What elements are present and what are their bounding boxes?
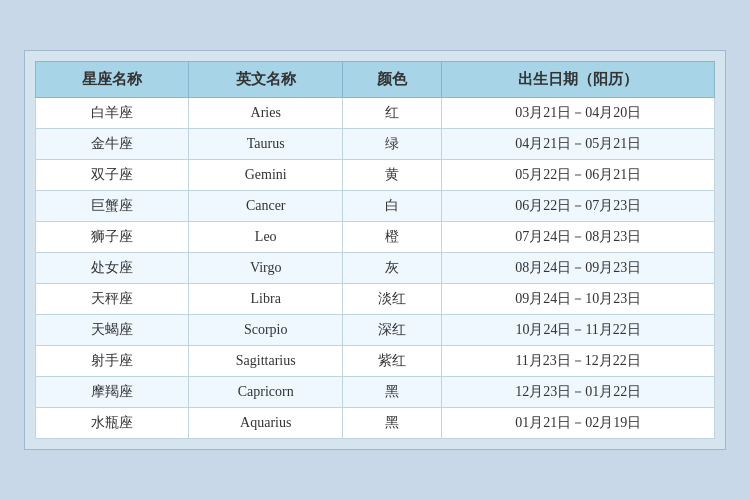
cell-chinese-name: 巨蟹座 [36,191,189,222]
cell-chinese-name: 狮子座 [36,222,189,253]
cell-dates: 12月23日－01月22日 [442,377,715,408]
table-container: 星座名称 英文名称 颜色 出生日期（阳历） 白羊座Aries红03月21日－04… [24,50,726,450]
table-row: 射手座Sagittarius紫红11月23日－12月22日 [36,346,715,377]
cell-color: 橙 [342,222,441,253]
cell-english-name: Aquarius [189,408,342,439]
cell-dates: 08月24日－09月23日 [442,253,715,284]
cell-chinese-name: 金牛座 [36,129,189,160]
cell-dates: 11月23日－12月22日 [442,346,715,377]
cell-dates: 09月24日－10月23日 [442,284,715,315]
cell-color: 绿 [342,129,441,160]
cell-color: 深红 [342,315,441,346]
cell-color: 紫红 [342,346,441,377]
cell-chinese-name: 天蝎座 [36,315,189,346]
cell-chinese-name: 水瓶座 [36,408,189,439]
header-dates: 出生日期（阳历） [442,62,715,98]
header-english-name: 英文名称 [189,62,342,98]
table-row: 水瓶座Aquarius黑01月21日－02月19日 [36,408,715,439]
table-row: 金牛座Taurus绿04月21日－05月21日 [36,129,715,160]
cell-english-name: Sagittarius [189,346,342,377]
cell-color: 灰 [342,253,441,284]
table-row: 双子座Gemini黄05月22日－06月21日 [36,160,715,191]
cell-dates: 06月22日－07月23日 [442,191,715,222]
cell-english-name: Cancer [189,191,342,222]
cell-english-name: Scorpio [189,315,342,346]
table-row: 处女座Virgo灰08月24日－09月23日 [36,253,715,284]
cell-english-name: Taurus [189,129,342,160]
cell-chinese-name: 白羊座 [36,98,189,129]
table-row: 天蝎座Scorpio深红10月24日－11月22日 [36,315,715,346]
cell-dates: 04月21日－05月21日 [442,129,715,160]
cell-color: 黑 [342,408,441,439]
cell-dates: 01月21日－02月19日 [442,408,715,439]
cell-chinese-name: 双子座 [36,160,189,191]
cell-english-name: Gemini [189,160,342,191]
cell-english-name: Libra [189,284,342,315]
cell-color: 淡红 [342,284,441,315]
table-header-row: 星座名称 英文名称 颜色 出生日期（阳历） [36,62,715,98]
zodiac-table: 星座名称 英文名称 颜色 出生日期（阳历） 白羊座Aries红03月21日－04… [35,61,715,439]
table-row: 狮子座Leo橙07月24日－08月23日 [36,222,715,253]
cell-chinese-name: 天秤座 [36,284,189,315]
cell-chinese-name: 摩羯座 [36,377,189,408]
cell-dates: 07月24日－08月23日 [442,222,715,253]
cell-english-name: Virgo [189,253,342,284]
cell-dates: 10月24日－11月22日 [442,315,715,346]
cell-english-name: Leo [189,222,342,253]
cell-color: 黑 [342,377,441,408]
table-row: 天秤座Libra淡红09月24日－10月23日 [36,284,715,315]
cell-color: 白 [342,191,441,222]
table-row: 巨蟹座Cancer白06月22日－07月23日 [36,191,715,222]
header-chinese-name: 星座名称 [36,62,189,98]
cell-english-name: Aries [189,98,342,129]
cell-dates: 05月22日－06月21日 [442,160,715,191]
cell-color: 黄 [342,160,441,191]
cell-chinese-name: 处女座 [36,253,189,284]
cell-color: 红 [342,98,441,129]
cell-chinese-name: 射手座 [36,346,189,377]
table-row: 摩羯座Capricorn黑12月23日－01月22日 [36,377,715,408]
table-row: 白羊座Aries红03月21日－04月20日 [36,98,715,129]
cell-dates: 03月21日－04月20日 [442,98,715,129]
header-color: 颜色 [342,62,441,98]
cell-english-name: Capricorn [189,377,342,408]
